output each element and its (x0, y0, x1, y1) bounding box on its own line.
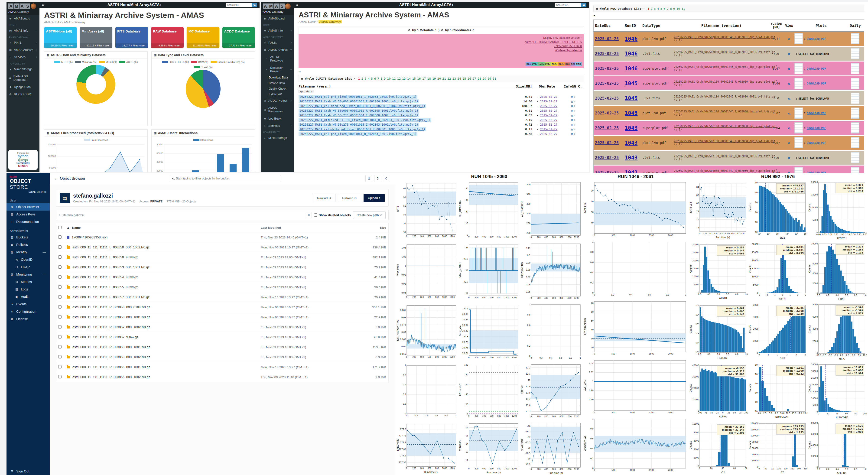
object-row[interactable]: astri_000_11_111_11111_R_003856_000_1001… (56, 362, 389, 372)
dateobs-link[interactable]: 2025-02-25 (595, 51, 625, 56)
breadcrumb-root[interactable]: AMAS-LDAP (44, 21, 62, 24)
page-link-5[interactable]: 5 (371, 77, 373, 80)
daily-thumbnail[interactable] (851, 93, 860, 104)
filename-link[interactable]: 20250227_MA01_Crab_W0.50o270_00001065_I_… (299, 123, 419, 127)
row-checkbox[interactable] (58, 345, 62, 348)
current-path[interactable]: stefano.gallozzi (62, 213, 303, 217)
db-button-astri-horn-all-[interactable]: ASTRI-Horn (all)→ 18,214 k-Files › see (44, 27, 77, 48)
bucket-filter-input[interactable] (176, 177, 279, 180)
sidebar-item-rethinkdb-database[interactable]: ◉RethinkDB Database (6, 73, 39, 83)
runid-link[interactable]: 1046 (625, 51, 642, 57)
sidebar-item-services[interactable]: ○Services› (6, 54, 39, 61)
row-checkbox[interactable] (58, 275, 62, 279)
object-row[interactable]: astri_000_11_111_11111_L_003853_000_1001… (56, 262, 389, 272)
col-modified[interactable]: Last Modified (261, 226, 361, 229)
rewind-button[interactable]: Rewind ↺ (313, 194, 336, 202)
minio-item-buckets[interactable]: ▥Buckets (6, 233, 50, 241)
collapse-icon[interactable]: — (43, 273, 46, 276)
hamburger-icon[interactable]: ≡ (296, 3, 298, 7)
query-option-link[interactable]: (Ordered by dateobs) (525, 48, 582, 53)
download-icon[interactable]: ↧ (804, 126, 806, 130)
col-plots[interactable]: Plots (795, 24, 848, 28)
help-icon-button[interactable]: ? (374, 175, 381, 182)
minio-item-audit[interactable]: ▣Audit (6, 293, 50, 300)
filename-link[interactable]: 20250227_MA01_Crab_W0.50q000_00001062_R_… (299, 109, 419, 113)
minio-item-logs[interactable]: ▤Logs (6, 286, 50, 293)
row-checkbox[interactable] (58, 325, 62, 328)
filename-link[interactable]: 20250227_MA01_Crab_W0.50o270_00001064_I_… (299, 113, 419, 117)
runid-link[interactable]: 1045 (625, 80, 642, 86)
obs-date-link[interactable]: 2025-02-27 (540, 95, 557, 98)
filename-link[interactable]: 20250225_MA01_Crab_W0.50o180_00001043_R_… (674, 139, 775, 143)
col-info[interactable]: Info&Q.C. (562, 85, 584, 88)
settings-icon-button[interactable]: ⚙ (365, 175, 372, 182)
object-row[interactable]: astri_000_11_111_11111_R_003853_000_1002… (56, 352, 389, 362)
obs-date-link[interactable]: 2025-02-27 (540, 104, 557, 108)
sidebar-item-p-h-s-[interactable]: ≡P.H.S.› (261, 39, 294, 46)
view-magnifier-icon[interactable] (788, 98, 790, 100)
filename-link[interactable]: 20250225_MA01_Crab_W0.50o180_00001045_R_… (674, 95, 775, 98)
download-icon[interactable]: ↧ (795, 156, 798, 160)
collapse-icon[interactable]: — (43, 250, 46, 254)
daily-thumbnail[interactable] (851, 107, 860, 119)
row-checkbox[interactable] (58, 315, 62, 319)
download-icon[interactable]: ↧ (804, 141, 806, 145)
db-button-files[interactable]: → 12,116 k-Files › see (80, 43, 113, 48)
page-link-14[interactable]: 14 (407, 77, 411, 80)
page-link-24[interactable]: 24 (457, 77, 461, 80)
db-button-fits-database[interactable]: FITS Database→ 18,077 k-Files › see (115, 27, 148, 48)
download-icon[interactable]: ↧ (574, 114, 576, 117)
daily-thumbnail[interactable] (851, 152, 860, 163)
sidebar-item-p-h-s-[interactable]: ≡P.H.S.› (6, 39, 39, 46)
obs-date-link[interactable]: 2025-02-27 (540, 127, 557, 131)
plot-thumbnail[interactable] (795, 78, 803, 89)
create-path-button[interactable]: Create new path ↩ (353, 211, 385, 219)
legend-entry[interactable]: Interactions (193, 138, 213, 141)
download-pdf-link[interactable]: DOWNLOAD PDF (807, 127, 826, 130)
daily-thumbnail[interactable] (851, 167, 860, 173)
object-row[interactable]: astri_000_11_111_11111_R_003852_000_1002… (56, 322, 389, 332)
row-checkbox[interactable] (58, 245, 62, 249)
runid-link[interactable]: 1043 (625, 140, 642, 146)
path-back-icon[interactable]: ‹ (59, 213, 60, 218)
obs-date-link[interactable]: 2025-02-27 (540, 123, 557, 126)
download-icon[interactable]: ↧ (574, 127, 576, 131)
datalevel-badge-sci[interactable]: SCI (570, 62, 576, 66)
dateobs-link[interactable]: 2025-02-25 (595, 36, 625, 41)
col-view[interactable]: View (784, 24, 795, 27)
sidebar-item-astri-prototype[interactable]: ▪ASTRI Prototype› (261, 54, 294, 64)
page-link-22[interactable]: 22 (447, 77, 451, 80)
download-pdf-link[interactable]: DOWNLOAD PDF (807, 141, 826, 145)
obs-date-link[interactable]: 2025-02-27 (540, 100, 557, 103)
sidebar-item-minio-storage[interactable]: ●Minio Storage (261, 134, 294, 141)
page-link-8[interactable]: 8 (380, 77, 382, 80)
page-link-13[interactable]: 13 (402, 77, 406, 80)
db-button-mc-database[interactable]: MC Database→ 111,888 k-Files › see (187, 27, 219, 48)
dateobs-link[interactable]: 2025-02-25 (595, 170, 625, 173)
col-filename[interactable]: Filename (vers.) (299, 85, 511, 88)
object-row[interactable]: astri_000_11_111_11111_R_003853_000_1001… (56, 342, 389, 352)
sidebar-subitem-extract-ap[interactable]: Extract AP (261, 92, 294, 97)
row-checkbox[interactable] (58, 375, 62, 378)
legend-entry[interactable]: Miniarray (%) (75, 61, 96, 63)
navbar-search-input[interactable] (226, 3, 252, 7)
info-icon[interactable]: ▤ (571, 95, 573, 98)
download-pdf-link[interactable]: DOWNLOAD PDF (807, 171, 826, 173)
minio-item-license[interactable]: ▩License (6, 315, 50, 323)
col-size[interactable]: Size (361, 226, 386, 229)
navbar-search-button[interactable] (252, 3, 257, 7)
page-link-4[interactable]: 4 (657, 7, 659, 10)
plot-thumbnail[interactable] (795, 63, 803, 74)
filename-link[interactable]: 20250225_MA01_Crab_W0.50q000_00001046_R_… (674, 35, 775, 39)
legend-entry[interactable]: DL>=0 (%) (194, 66, 213, 68)
object-row[interactable]: 1700644165903358.jsonThu, Nov 23 2023 14… (56, 232, 389, 242)
filename-link[interactable]: 20250227_MA01_cal-phd_Fixed_00001061_R_0… (299, 132, 417, 136)
search-by-coordinates[interactable]: by ^ Coordinates ^ (445, 28, 474, 32)
download-icon[interactable]: ↧ (574, 104, 576, 108)
sidebar-item-log-book[interactable]: ▣Log Book (261, 115, 294, 122)
sidebar-item-amasboard[interactable]: ◉AMASboard (6, 15, 39, 22)
minio-item-monitoring[interactable]: ▨Monitoring— (6, 271, 50, 278)
object-name[interactable]: 1700644165903358.json (72, 235, 107, 239)
minio-item-policies[interactable]: ▦Policies (6, 241, 50, 248)
object-name[interactable]: astri_000_11_111_11111_L_003850_9.raw.gz (72, 255, 138, 259)
